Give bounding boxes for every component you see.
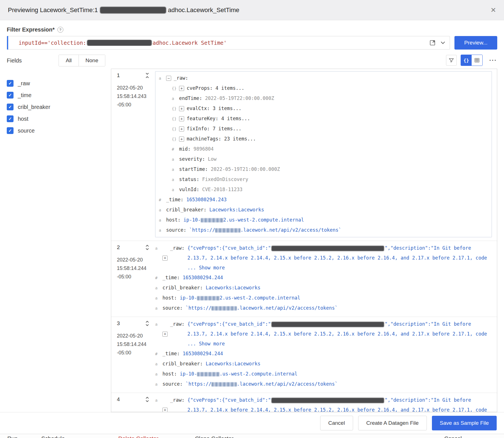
type-str-icon: a xyxy=(172,185,179,195)
more-options-button[interactable]: ⋯ xyxy=(489,57,497,63)
select-none-button[interactable]: None xyxy=(79,55,105,66)
field-value-text: ip-10- xyxy=(183,217,200,223)
cancel-button[interactable]: Cancel xyxy=(320,416,353,430)
event-number: 2 xyxy=(117,244,120,251)
filter-expression-label: Filter Expression* xyxy=(7,26,55,33)
field-value-text: Laceworks:Laceworks xyxy=(209,207,264,213)
type-str-icon: a xyxy=(155,319,162,329)
expand-field-toggle[interactable]: + xyxy=(162,256,168,261)
json-field-startTime: astartTime: 2022-05-19T21:00:00.000Z xyxy=(159,164,488,175)
expand-event-icon[interactable] xyxy=(145,320,150,327)
expand-field-toggle[interactable]: + xyxy=(179,116,184,121)
field-key: severity: xyxy=(179,154,208,164)
json-field-_time: #_time: 1653080294.244 xyxy=(155,273,492,283)
field-value: Laceworks:Laceworks xyxy=(206,359,260,369)
field-value-text: 4 items... xyxy=(221,116,250,121)
field-value-text: CVE-2018-11233 xyxy=(202,187,242,192)
field-item-cribl_breaker: ✓cribl_breaker xyxy=(7,104,105,110)
checkbox-checked[interactable]: ✓ xyxy=(7,92,14,99)
table-view-button[interactable] xyxy=(472,55,482,66)
expand-field-toggle[interactable]: + xyxy=(179,106,184,111)
select-all-button[interactable]: All xyxy=(59,55,78,66)
help-icon[interactable]: ? xyxy=(57,27,63,33)
checkbox-checked[interactable]: ✓ xyxy=(7,80,14,87)
checkbox-checked[interactable]: ✓ xyxy=(7,115,14,122)
field-label: _raw xyxy=(18,80,30,87)
event-row-4: 4a+_raw: {"cveProps":{"cve_batch_id":"",… xyxy=(111,393,497,412)
expand-editor-icon[interactable] xyxy=(429,40,436,46)
event-tz: -05:00 xyxy=(117,348,150,357)
field-value-text: Laceworks:Laceworks xyxy=(206,285,260,290)
field-key: source: xyxy=(162,303,186,313)
partial-button-delete-collector[interactable]: Delete Collector xyxy=(118,434,158,438)
field-value: Low xyxy=(208,154,217,164)
partial-button-clone-collector[interactable]: Clone Collector xyxy=(195,434,233,438)
collapse-field-toggle[interactable]: − xyxy=(166,76,171,81)
partial-button-schedule[interactable]: Schedule xyxy=(41,434,65,438)
preview-button[interactable]: Preview... xyxy=(454,36,497,50)
partial-button-cancel[interactable]: Cancel xyxy=(444,434,462,438)
expand-field-toggle[interactable]: + xyxy=(179,137,184,142)
event-meta: 32022-05-2015:58:14.244-05:00 xyxy=(111,317,153,393)
expression-text: __inputId=='collection: adhoc.Lacework_S… xyxy=(12,40,429,46)
field-value-text: 4 items... xyxy=(215,85,244,91)
field-value: 2022-05-19T21:00:00.000Z xyxy=(211,164,280,174)
json-field-severity: aseverity: Low xyxy=(159,154,488,164)
field-label: source xyxy=(18,128,35,134)
json-field-machineTags: {}+machineTags: 23 items... xyxy=(159,134,488,144)
chevron-down-icon[interactable] xyxy=(441,41,445,44)
field-value-text: 1653080294.244 xyxy=(183,275,223,280)
type-str-icon: a xyxy=(172,175,179,185)
json-field-host: ahost: ip-10-.us-west-2.compute.internal xyxy=(155,369,492,379)
checkbox-checked[interactable]: ✓ xyxy=(7,104,14,110)
filter-funnel-button[interactable] xyxy=(446,55,457,66)
expand-field-toggle[interactable]: + xyxy=(179,86,184,91)
field-key: cribl_breaker: xyxy=(166,205,209,215)
field-value: 1653080294.243 xyxy=(186,195,227,205)
background-page-strip: RunScheduleDelete CollectorClone Collect… xyxy=(0,434,504,438)
save-sample-button[interactable]: Save as Sample File xyxy=(432,416,497,430)
redacted-blur xyxy=(201,218,223,222)
filter-expression-input[interactable]: __inputId=='collection: adhoc.Lacework_S… xyxy=(7,36,450,50)
field-value-text: 1653080294.243 xyxy=(186,197,227,202)
field-value: 1653080294.244 xyxy=(183,349,223,359)
partial-button-run[interactable]: Run xyxy=(7,434,18,438)
event-number: 4 xyxy=(117,396,120,403)
field-value-text: FixedOnDiscovery xyxy=(202,176,248,182)
type-str-icon: a xyxy=(159,73,166,83)
field-item-host: ✓host xyxy=(7,115,105,122)
event-meta: 12022-05-2015:58:14.243-05:00 xyxy=(111,69,153,241)
expand-event-icon[interactable] xyxy=(145,396,150,403)
field-key: cveProps: xyxy=(187,83,215,93)
collapse-event-icon[interactable] xyxy=(145,72,150,79)
expand-field-toggle[interactable]: + xyxy=(162,332,168,337)
field-key: vulnId: xyxy=(179,185,202,195)
event-meta: 4 xyxy=(111,393,153,412)
json-view-button[interactable]: {} xyxy=(461,55,472,66)
expand-field-toggle[interactable]: + xyxy=(179,126,184,131)
redacted-blur xyxy=(215,228,240,233)
type-obj-icon: {} xyxy=(172,84,179,93)
field-value: 7 items... xyxy=(213,124,241,134)
background-page-buttons: RunScheduleDelete CollectorClone Collect… xyxy=(0,434,504,438)
expand-event-icon[interactable] xyxy=(145,244,150,251)
event-time: 15:58:14.243 xyxy=(117,92,150,100)
field-key: status: xyxy=(179,175,202,184)
field-value: 1653080294.244 xyxy=(183,273,223,283)
json-field-cribl_breaker: acribl_breaker: Laceworks:Laceworks xyxy=(159,205,488,215)
expand-field-toggle[interactable]: + xyxy=(162,408,168,412)
create-datagen-button[interactable]: Create A Datagen File xyxy=(358,416,427,430)
field-key: host: xyxy=(162,293,180,303)
close-icon[interactable]: ✕ xyxy=(490,6,496,14)
event-row-1: 12022-05-2015:58:14.243-05:00a−_raw: {}+… xyxy=(111,69,497,241)
event-date: 2022-05-20 xyxy=(117,332,150,340)
field-key: host: xyxy=(166,215,183,225)
event-meta-top: 1 xyxy=(117,72,150,79)
field-item-_time: ✓_time xyxy=(7,92,105,99)
checkbox-checked[interactable]: ✓ xyxy=(7,127,14,134)
show-more-link[interactable]: Show more xyxy=(199,265,225,271)
show-more-link[interactable]: Show more xyxy=(199,341,225,347)
json-field-_raw: a+_raw: {"cveProps":{"cve_batch_id":"","… xyxy=(155,319,492,349)
redacted-blur xyxy=(211,306,237,310)
type-str-icon: a xyxy=(155,379,162,389)
